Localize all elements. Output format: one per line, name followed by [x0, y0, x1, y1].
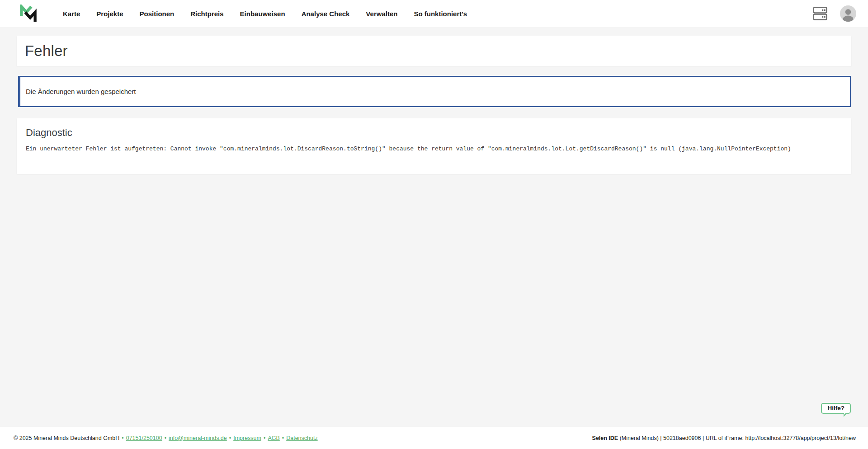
footer-right: Selen IDE (Mineral Minds) | 50218aed0906…: [592, 435, 856, 441]
footer: © 2025 Mineral Minds Deutschland GmbH • …: [0, 427, 868, 449]
page-title: Fehler: [25, 42, 68, 60]
nav-item-richtpreis[interactable]: Richtpreis: [190, 10, 223, 18]
footer-link-email[interactable]: info@mineral-minds.de: [169, 435, 227, 441]
nav-item-positionen[interactable]: Positionen: [140, 10, 175, 18]
footer-separator: •: [282, 435, 284, 441]
footer-link-agb[interactable]: AGB: [268, 435, 279, 441]
saved-changes-alert: Die Änderungen wurden gespeichert: [18, 76, 851, 107]
mineral-minds-logo-icon[interactable]: [20, 5, 37, 23]
nav-item-analyse-check[interactable]: Analyse Check: [302, 10, 350, 18]
footer-link-phone[interactable]: 07151/250100: [126, 435, 162, 441]
main-nav: Karte Projekte Positionen Richtpreis Ein…: [63, 10, 467, 18]
page-title-card: Fehler: [17, 36, 851, 66]
footer-separator: •: [122, 435, 123, 441]
diagnostic-panel: Diagnostic Ein unerwarteter Fehler ist a…: [17, 118, 851, 174]
footer-frame-info: (Mineral Minds) | 50218aed0906 | URL of …: [618, 435, 856, 441]
footer-link-datenschutz[interactable]: Datenschutz: [286, 435, 317, 441]
alert-message: Die Änderungen wurden gespeichert: [26, 88, 136, 95]
footer-left: © 2025 Mineral Minds Deutschland GmbH • …: [14, 435, 318, 441]
nav-item-projekte[interactable]: Projekte: [96, 10, 123, 18]
user-avatar-icon[interactable]: [840, 5, 856, 22]
footer-app-name: Selen IDE: [592, 435, 618, 441]
footer-separator: •: [264, 435, 265, 441]
nav-item-einbauweisen[interactable]: Einbauweisen: [240, 10, 285, 18]
nav-item-verwalten[interactable]: Verwalten: [366, 10, 397, 18]
nav-item-so-funktionierts[interactable]: So funktioniert's: [414, 10, 467, 18]
footer-link-impressum[interactable]: Impressum: [233, 435, 261, 441]
main-content: Fehler Die Änderungen wurden gespeichert…: [0, 27, 868, 427]
nav-item-karte[interactable]: Karte: [63, 10, 80, 18]
footer-copyright: © 2025 Mineral Minds Deutschland GmbH: [14, 435, 119, 441]
footer-separator: •: [165, 435, 166, 441]
server-icon[interactable]: [813, 7, 827, 20]
footer-separator: •: [229, 435, 231, 441]
diagnostic-error-message: Ein unerwarteter Fehler ist aufgetreten:…: [26, 145, 851, 152]
top-navigation-bar: Karte Projekte Positionen Richtpreis Ein…: [0, 0, 868, 27]
diagnostic-title: Diagnostic: [26, 127, 851, 139]
topbar-right-icons: [813, 5, 856, 22]
help-button[interactable]: Hilfe?: [821, 403, 851, 414]
